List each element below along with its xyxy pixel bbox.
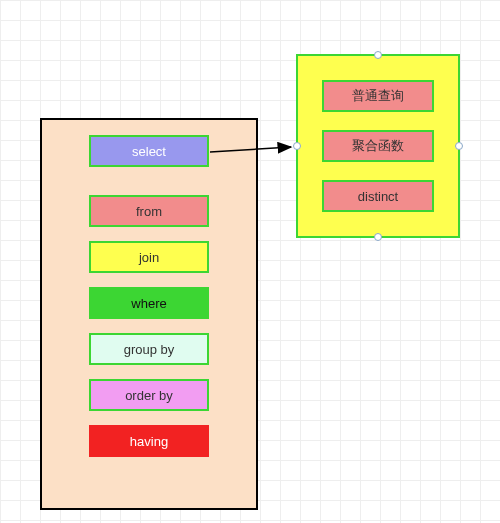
block-select[interactable]: select xyxy=(89,135,209,167)
block-label: from xyxy=(136,204,162,219)
resize-handle-bottom[interactable] xyxy=(374,233,382,241)
detail-block-label: distinct xyxy=(358,189,398,204)
block-label: group by xyxy=(124,342,175,357)
block-orderby[interactable]: order by xyxy=(89,379,209,411)
resize-handle-top[interactable] xyxy=(374,51,382,59)
resize-handle-right[interactable] xyxy=(455,142,463,150)
block-label: having xyxy=(130,434,168,449)
detail-block-label: 普通查询 xyxy=(352,87,404,105)
block-join[interactable]: join xyxy=(89,241,209,273)
detail-block-normal-query[interactable]: 普通查询 xyxy=(322,80,434,112)
detail-block-distinct[interactable]: distinct xyxy=(322,180,434,212)
block-label: join xyxy=(139,250,159,265)
block-label: select xyxy=(132,144,166,159)
block-groupby[interactable]: group by xyxy=(89,333,209,365)
block-where[interactable]: where xyxy=(89,287,209,319)
block-from[interactable]: from xyxy=(89,195,209,227)
select-detail-container[interactable]: 普通查询 聚合函数 distinct xyxy=(296,54,460,238)
block-having[interactable]: having xyxy=(89,425,209,457)
block-label: where xyxy=(131,296,166,311)
resize-handle-left[interactable] xyxy=(293,142,301,150)
detail-block-label: 聚合函数 xyxy=(352,137,404,155)
block-label: order by xyxy=(125,388,173,403)
sql-clause-container[interactable]: select from join where group by order by… xyxy=(40,118,258,510)
detail-block-aggregate[interactable]: 聚合函数 xyxy=(322,130,434,162)
